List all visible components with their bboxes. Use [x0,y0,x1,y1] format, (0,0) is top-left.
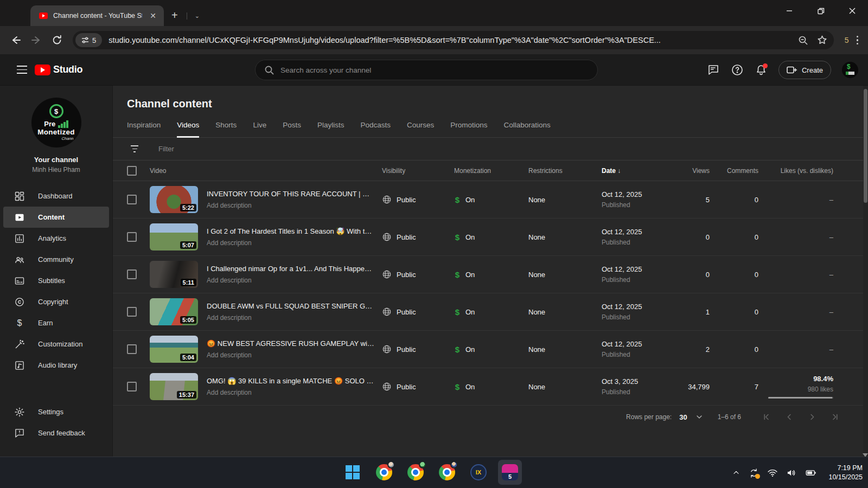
tab-shorts[interactable]: Shorts [215,121,237,137]
feedback-icon[interactable] [707,63,720,76]
table-row[interactable]: 15:37 OMG! 😱 39 KILLS in a single MATCHE… [113,368,868,406]
col-likes[interactable]: Likes (vs. dislikes) [758,167,833,175]
sidebar-item-earn[interactable]: $ Earn [0,312,112,333]
tab-collaborations[interactable]: Collaborations [504,121,551,137]
row-checkbox[interactable] [127,344,137,354]
col-comments[interactable]: Comments [710,167,758,175]
col-restrictions[interactable]: Restrictions [521,167,595,175]
sidebar-item-settings[interactable]: Settings [0,401,112,422]
video-title[interactable]: 😡 NEW BEST AGRESSIVE RUSH GAMEPLAY with/… [207,339,375,348]
bookmark-star-icon[interactable] [817,35,827,46]
sidebar-item-analytics[interactable]: Analytics [0,228,112,249]
sidebar-item-customization[interactable]: Customization [0,333,112,355]
table-row[interactable]: 5:07 I Got 2 of The Hardest Titles in 1 … [113,219,868,256]
sync-status[interactable] [749,468,759,478]
close-window-button[interactable] [837,0,868,22]
col-date[interactable]: Date ↓ [595,167,677,175]
notifications-bell-icon[interactable] [755,63,768,76]
row-checkbox[interactable] [127,269,137,279]
sidebar-item-send-feedback[interactable]: Send feedback [0,422,112,444]
battery-icon[interactable] [805,467,817,478]
tab-podcasts[interactable]: Podcasts [360,121,391,137]
chevron-down-icon[interactable] [695,413,704,421]
active-app[interactable]: 5 [498,460,522,485]
sidebar-item-audio-library[interactable]: Audio library [0,355,112,376]
video-title[interactable]: I Challenged nimar Op for a 1v1... And T… [207,265,375,273]
channel-search-input[interactable]: Search across your channel [255,60,598,80]
start-button[interactable] [341,460,365,485]
page-scrollbar[interactable] [863,86,868,457]
help-icon[interactable] [731,63,744,76]
minimize-button[interactable] [774,0,805,22]
profile-badge[interactable]: 5 [845,36,849,44]
url-bar[interactable]: 5 studio.youtube.com/channel/UCxKQFGjI-K… [73,31,834,49]
add-description-link[interactable]: Add description [207,239,375,247]
sidebar-item-subtitles[interactable]: Subtitles [0,270,112,291]
table-row[interactable]: 5:04 😡 NEW BEST AGRESSIVE RUSH GAMEPLAY … [113,331,868,368]
scrollbar-thumb[interactable] [864,89,867,203]
video-title[interactable]: DOUBLE AWM vs FULL SQUAD BEST SNIPER GAM… [207,302,375,310]
tab-videos[interactable]: Videos [177,121,199,138]
last-page-icon[interactable] [830,412,840,422]
tab-promotions[interactable]: Promotions [450,121,487,137]
row-checkbox[interactable] [127,382,137,391]
tab-inspiration[interactable]: Inspiration [127,121,161,137]
chrome-app-1[interactable] [372,460,396,485]
browser-menu-icon[interactable] [852,36,863,45]
video-thumbnail[interactable]: 5:05 [150,298,198,325]
url-text[interactable]: studio.youtube.com/channel/UCxKQFGjI-KFG… [108,36,791,44]
first-page-icon[interactable] [762,412,771,422]
tray-chevron-up-icon[interactable] [732,468,741,477]
browser-tab[interactable]: Channel content - YouTube Stu ✕ [30,5,164,26]
volume-icon[interactable] [786,467,797,478]
video-title[interactable]: INVENTORY TOUR OF THIS RARE ACCOUNT | MI… [207,190,375,198]
chrome-app-3[interactable] [435,460,459,485]
video-thumbnail[interactable]: 5:22 [150,186,198,213]
ix-app[interactable]: IX [467,460,490,485]
site-settings-chip[interactable]: 5 [75,33,102,47]
youtube-studio-logo[interactable]: Studio [35,64,82,75]
video-thumbnail[interactable]: 15:37 [150,373,198,400]
tab-close-icon[interactable]: ✕ [148,11,158,21]
restore-button[interactable] [805,0,837,22]
taskbar-clock[interactable]: 7:19 PM 10/15/2025 [828,464,863,482]
add-description-link[interactable]: Add description [207,351,375,359]
sidebar-item-community[interactable]: Community [0,249,112,270]
col-video[interactable]: Video [150,167,375,175]
tab-live[interactable]: Live [253,121,266,137]
video-title[interactable]: OMG! 😱 39 KILLS in a single MATCHE 😡 SOL… [207,377,375,385]
col-visibility[interactable]: Visibility [375,167,447,175]
channel-profile-image[interactable]: $ Pre Monetized Chann [31,98,81,147]
row-checkbox[interactable] [127,232,137,242]
channel-avatar[interactable] [842,62,858,78]
new-tab-button[interactable]: + [171,9,178,22]
video-thumbnail[interactable]: 5:04 [150,336,198,363]
tab-posts[interactable]: Posts [283,121,301,137]
rows-per-page-value[interactable]: 30 [679,413,687,421]
tab-playlists[interactable]: Playlists [317,121,344,137]
forward-button[interactable] [26,30,47,50]
table-row[interactable]: 5:11 I Challenged nimar Op for a 1v1... … [113,256,868,293]
col-views[interactable]: Views [677,167,710,175]
add-description-link[interactable]: Add description [207,277,375,284]
table-row[interactable]: 5:05 DOUBLE AWM vs FULL SQUAD BEST SNIPE… [113,293,868,331]
sidebar-item-copyright[interactable]: Copyright [0,291,112,312]
add-description-link[interactable]: Add description [207,202,375,209]
filter-bar[interactable]: Filter [113,138,868,160]
prev-page-icon[interactable] [784,412,794,422]
video-thumbnail[interactable]: 5:07 [150,223,198,251]
sidebar-item-dashboard[interactable]: Dashboard [0,185,112,207]
reload-button[interactable] [47,30,67,50]
zoom-icon[interactable] [798,35,808,46]
col-monetization[interactable]: Monetization [447,167,521,175]
table-row[interactable]: 5:22 INVENTORY TOUR OF THIS RARE ACCOUNT… [113,181,868,219]
row-checkbox[interactable] [127,195,137,204]
wifi-icon[interactable] [767,467,778,478]
create-button[interactable]: Create [778,61,831,79]
chrome-app-2[interactable] [404,460,427,485]
video-title[interactable]: I Got 2 of The Hardest Titles in 1 Seaso… [207,227,375,235]
tab-search-chevron-icon[interactable]: ⌄ [187,12,200,20]
hamburger-menu-icon[interactable] [11,59,33,81]
select-all-checkbox[interactable] [127,166,137,176]
sidebar-item-content[interactable]: Content [3,207,109,228]
